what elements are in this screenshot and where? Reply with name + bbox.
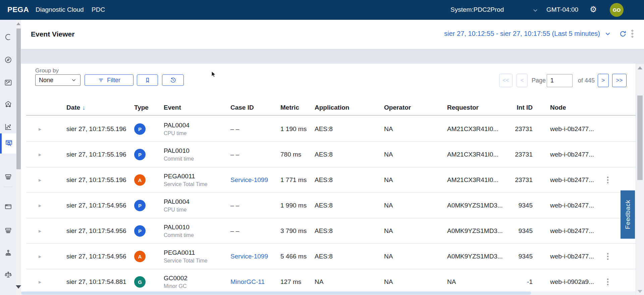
metric-value: 1 190 ms: [280, 125, 307, 133]
sidebar-item-bar-chart[interactable]: [0, 290, 16, 295]
chevron-down-icon[interactable]: [604, 30, 611, 38]
date-value: sier 27, 10:17:55.196: [66, 125, 126, 133]
column-header-operator[interactable]: Operator: [384, 104, 411, 111]
feedback-button[interactable]: Feedback: [621, 190, 635, 239]
case-id-value: – –: [230, 151, 239, 158]
expand-row-icon[interactable]: ▶: [39, 178, 41, 182]
scroll-up-icon[interactable]: [638, 66, 642, 69]
event-code: PEGA0011: [164, 249, 207, 256]
column-header-requestor[interactable]: Requestor: [447, 104, 479, 111]
metric-value: 5 466 ms: [280, 253, 307, 260]
sort-desc-icon: ↓: [82, 104, 85, 111]
vscroll-thumb[interactable]: [637, 96, 643, 180]
vertical-scrollbar[interactable]: [636, 64, 644, 295]
chevron-down-icon: [71, 77, 77, 83]
case-id-link[interactable]: Service-1099: [230, 253, 268, 260]
sidebar-item-server-stack[interactable]: [0, 221, 16, 241]
column-header-type[interactable]: Type: [134, 104, 149, 111]
sidebar-item-server-stack[interactable]: [0, 167, 16, 187]
date-value: sier 27, 10:17:54.956: [66, 202, 126, 209]
expand-row-icon[interactable]: ▶: [39, 229, 41, 233]
expand-row-icon[interactable]: ▶: [39, 127, 41, 131]
int-id-value: 9345: [499, 227, 533, 235]
column-header-node[interactable]: Node: [550, 104, 566, 111]
row-kebab-menu-icon[interactable]: [606, 252, 609, 260]
event-code: PAL0010: [164, 147, 194, 155]
expand-row-icon[interactable]: ▶: [39, 280, 41, 284]
first-page-button[interactable]: <<: [499, 74, 513, 87]
last-page-button[interactable]: >>: [612, 74, 627, 87]
sidebar-item-compass[interactable]: [0, 50, 16, 70]
product-name: Diagnostic Cloud: [36, 6, 84, 13]
case-id-link[interactable]: Service-1099: [230, 176, 268, 184]
row-kebab-menu-icon[interactable]: [606, 176, 609, 184]
group-by-select[interactable]: None: [35, 74, 80, 86]
event-cell: PAL0004 CPU time: [164, 122, 190, 136]
next-page-button[interactable]: >: [598, 74, 609, 87]
sidebar-item-pentagon-nodes[interactable]: [0, 95, 16, 115]
scroll-up-icon[interactable]: [16, 22, 20, 25]
chevron-down-icon[interactable]: [532, 7, 539, 14]
node-value: web-i-0902a9...: [550, 278, 594, 286]
prev-page-button[interactable]: <: [517, 74, 528, 87]
sidebar-scrollbar[interactable]: [16, 20, 21, 295]
event-cell: PEGA0011 Service Total Time: [164, 249, 207, 264]
metric-value: 1 990 ms: [280, 202, 307, 209]
page-number-input[interactable]: [547, 74, 573, 87]
expand-row-icon[interactable]: ▶: [39, 153, 41, 157]
scroll-down-icon[interactable]: [638, 290, 642, 293]
refresh-icon[interactable]: [619, 30, 627, 38]
expand-row-icon[interactable]: ▶: [39, 203, 41, 208]
column-header-intid[interactable]: Int ID: [499, 104, 533, 111]
avatar[interactable]: GO: [610, 3, 624, 17]
server-stack-icon: [4, 172, 13, 182]
sidebar-scroll-thumb[interactable]: [16, 28, 21, 169]
column-header-case[interactable]: Case ID: [230, 104, 254, 111]
scales-icon: [4, 271, 13, 281]
column-header-metric[interactable]: Metric: [280, 104, 299, 111]
page-label: Page: [532, 77, 546, 84]
scroll-down-icon[interactable]: [16, 285, 21, 289]
page-title: Event Viewer: [31, 30, 74, 38]
hscroll-thumb[interactable]: [21, 292, 531, 295]
table-row: ▶ sier 27, 10:17:54.881 G GC0002 Minor G…: [21, 269, 636, 295]
expand-row-icon[interactable]: ▶: [39, 254, 41, 259]
requestor-value: AM21CX3R41I0...: [447, 125, 498, 133]
filter-icon: [98, 77, 104, 83]
sidebar-item-org-tree[interactable]: [0, 243, 16, 263]
date-range-picker[interactable]: sier 27, 10:12:55 - sier 27, 10:17:55 (L…: [444, 30, 600, 38]
main-area: Event Viewer sier 27, 10:12:55 - sier 27…: [21, 20, 644, 295]
sidebar-item-event-search[interactable]: [0, 133, 16, 154]
group-by-value: None: [39, 77, 53, 84]
gear-icon[interactable]: ⚙: [590, 5, 597, 14]
sidebar-item-scales[interactable]: [0, 266, 16, 286]
system-selector[interactable]: System:PDC2Prod: [450, 6, 504, 13]
scatter-chart-icon: [4, 122, 13, 133]
bookmark-button[interactable]: [137, 74, 158, 86]
event-type-badge: P: [134, 123, 146, 135]
sidebar-item-gauge[interactable]: [0, 27, 16, 48]
event-cell: GC0002 Minor GC: [164, 275, 187, 289]
int-id-value: 9345: [499, 253, 533, 260]
history-button[interactable]: [162, 74, 184, 86]
sidebar-item-playbook[interactable]: [0, 73, 16, 93]
row-kebab-menu-icon[interactable]: [606, 278, 609, 286]
application-value: AES:8: [315, 176, 333, 184]
case-id-value: – –: [230, 227, 239, 235]
case-id-link[interactable]: MinorGC-11: [230, 278, 265, 286]
gauge-icon: [4, 33, 13, 43]
operator-value: NA: [384, 202, 393, 209]
sidebar-item-browser-window[interactable]: [0, 197, 16, 217]
filter-button[interactable]: Filter: [85, 74, 133, 86]
column-header-event[interactable]: Event: [164, 104, 181, 111]
event-description: Commit time: [164, 232, 194, 238]
requestor-value: AM21CX3R41I0...: [447, 151, 498, 158]
column-header-app[interactable]: Application: [315, 104, 349, 111]
int-id-value: 23731: [499, 151, 533, 158]
date-value: sier 27, 10:17:55.196: [66, 176, 126, 184]
column-header-date[interactable]: Date↓: [66, 104, 85, 111]
horizontal-scrollbar[interactable]: [21, 291, 636, 295]
kebab-menu-icon[interactable]: [631, 29, 634, 38]
int-id-value: 23731: [499, 176, 533, 184]
left-sidebar: [0, 20, 21, 295]
